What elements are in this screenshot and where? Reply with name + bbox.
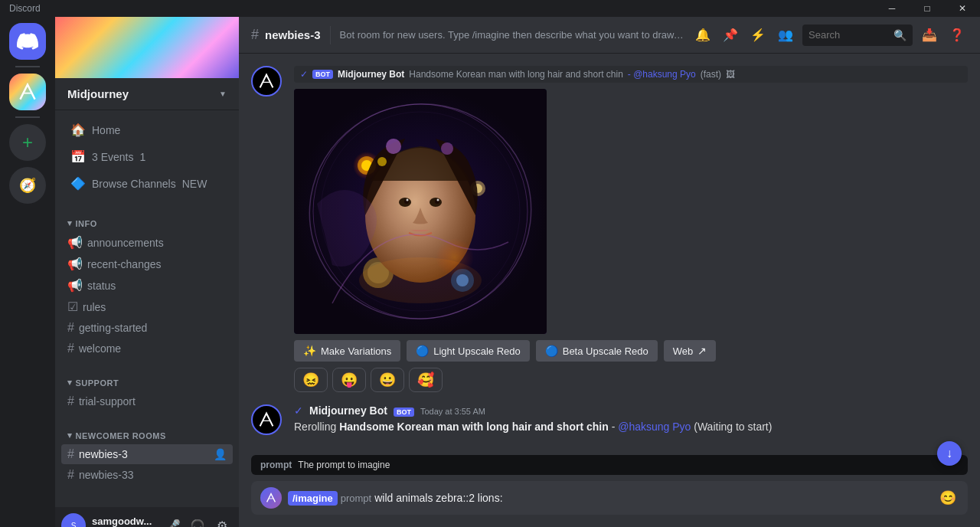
chevron-down-icon: ▼ [219,90,227,98]
chat-input-content: /imagine prompt [288,491,931,506]
support-category[interactable]: ▾ SUPPORT [61,375,233,391]
main-area: # newbies-3 Bot room for new users. Type… [239,17,980,527]
server-separator-2 [15,116,40,118]
boost-button[interactable]: ⚡ [747,25,769,46]
explore-servers-button[interactable]: 🧭 [9,167,46,204]
events-badge: 1 [139,151,145,163]
reaction-hearts[interactable]: 🥰 [409,368,443,392]
app-title: Discord [0,3,41,14]
browse-channels-label: Browse Channels [92,178,176,190]
browse-channels-new-badge: NEW [182,178,207,190]
channel-description: Bot room for new users. Type /imagine th… [340,29,686,41]
beta-upscale-icon: 🔵 [545,345,558,357]
browse-channels-link[interactable]: 🔷 Browse Channels NEW [61,170,233,197]
category-label: NEWCOMER ROOMS [76,431,166,440]
inbox-button[interactable]: 📥 [919,25,940,46]
svg-point-22 [377,157,387,166]
message-header-2: ✓ Midjourney Bot BOT Today at 3:55 AM [294,404,968,417]
channel-announcements[interactable]: 📢 announcements [61,232,233,253]
channel-recent-changes[interactable]: 📢 recent-changes [61,254,233,274]
make-variations-button[interactable]: ✨ Make Variations [294,340,400,362]
svg-point-24 [436,238,474,277]
bot-badge: BOT [394,408,414,417]
hash-icon: # [67,321,74,335]
user-avatar: S [61,513,86,527]
megaphone-icon: 📢 [67,235,83,250]
home-icon: 🏠 [70,123,86,137]
channel-name: rules [83,301,106,313]
content-status: (Waiting to start) [694,421,772,433]
help-button[interactable]: ❓ [946,25,968,46]
light-upscale-redo-button[interactable]: 🔵 Light Upscale Redo [407,340,529,362]
chat-text-input[interactable] [374,492,931,504]
search-input[interactable] [808,29,889,41]
maximize-button[interactable]: □ [910,0,945,17]
bell-icon-button[interactable]: 🔔 [692,25,714,46]
events-link[interactable]: 📅 3 Events 1 [61,143,233,170]
prompt-tooltip: prompt The prompt to imagine [251,455,968,475]
reaction-grin[interactable]: 😀 [371,368,404,392]
search-bar[interactable]: 🔍 [802,25,913,46]
info-category[interactable]: ▾ INFO [61,215,233,231]
username-display: samgoodw... [92,516,156,527]
message-body-2: ✓ Midjourney Bot BOT Today at 3:55 AM Re… [294,404,968,435]
close-button[interactable]: ✕ [945,0,980,17]
newcomer-rooms-category[interactable]: ▾ NEWCOMER ROOMS [61,427,233,444]
hash-icon-2: # [67,342,74,355]
tooltip-label: prompt [260,460,292,470]
add-server-button[interactable]: + [9,124,46,161]
reaction-tired[interactable]: 😖 [294,368,328,392]
content-bold: Handsome Korean man with long hair and s… [339,421,609,433]
web-button[interactable]: Web ↗ [664,340,717,362]
midjourney-server-icon[interactable] [9,74,46,110]
deafen-button[interactable]: 🎧 [187,515,208,527]
settings-button[interactable]: ⚙ [211,515,233,527]
channel-name: trial-support [79,395,136,408]
svg-point-18 [407,199,409,201]
external-link-icon: ↗ [697,345,707,357]
collapse-icon: ▾ [67,430,73,440]
reaction-row: 😖 😛 😀 🥰 [294,368,968,392]
beta-upscale-redo-button[interactable]: 🔵 Beta Upscale Redo [536,340,658,362]
pin-button[interactable]: 📌 [720,25,741,46]
collapse-icon: ▾ [67,218,73,228]
channel-trial-support[interactable]: # trial-support [61,391,233,411]
user-controls: 🎤 🎧 ⚙ [162,515,233,527]
ref-content: Handsome Korean man with long hair and s… [409,69,623,80]
channel-status[interactable]: 📢 status [61,275,233,296]
bot-username[interactable]: Midjourney Bot [309,404,387,417]
channel-rules[interactable]: ☑ rules [61,296,233,317]
channel-name: getting-started [79,322,148,334]
mute-button[interactable]: 🎤 [162,515,184,527]
scroll-to-bottom-button[interactable]: ↓ [937,441,962,466]
channel-newbies-33[interactable]: # newbies-33 [61,465,233,485]
discord-home-button[interactable] [9,23,46,60]
channel-getting-started[interactable]: # getting-started [61,318,233,338]
header-divider [330,26,331,44]
ref-bot-badge: BOT [312,70,333,79]
channel-newbies-3[interactable]: # newbies-3 👤 [61,444,233,464]
svg-point-19 [437,199,439,201]
server-header[interactable]: Midjourney ▼ [55,78,239,110]
channel-welcome[interactable]: # welcome [61,339,233,358]
support-category-section: ▾ SUPPORT # trial-support [55,362,239,415]
check-icon: ☑ [67,300,78,314]
megaphone-icon-2: 📢 [67,257,83,271]
ref-mention: - @haksung Pyo [628,69,696,80]
reaction-tongue[interactable]: 😛 [332,368,366,392]
make-variations-label: Make Variations [321,345,391,357]
generated-image[interactable] [294,89,547,334]
prompt-label: prompt [338,493,374,504]
category-label: INFO [76,219,97,228]
emoji-button[interactable]: 😊 [937,487,959,509]
user-area: S samgoodw... #1598 🎤 🎧 ⚙ [55,507,239,527]
members-button[interactable]: 👥 [775,25,796,46]
minimize-button[interactable]: ─ [874,0,910,17]
light-upscale-icon: 🔵 [416,345,429,357]
add-member-icon: 👤 [214,448,227,460]
channel-name: newbies-3 [79,448,128,460]
server-list: + 🧭 [0,17,55,527]
variations-icon: ✨ [303,345,316,357]
input-area: /imagine prompt 😊 [239,481,980,527]
home-link[interactable]: 🏠 Home [61,116,233,143]
